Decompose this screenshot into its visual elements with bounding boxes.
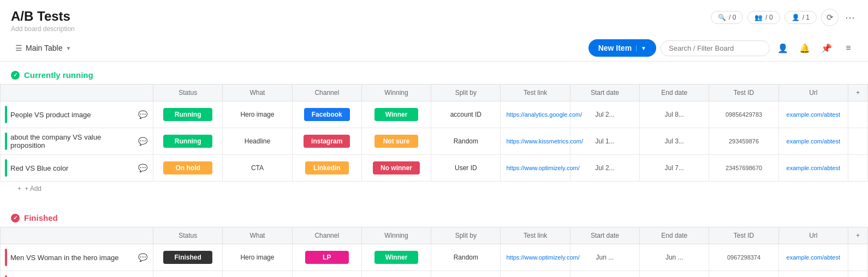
col-header-enddate: End date — [640, 85, 709, 101]
comment-icon[interactable]: 💬 — [138, 137, 147, 146]
search-input[interactable] — [661, 40, 770, 56]
url-anchor[interactable]: example.com/abtest — [787, 165, 840, 171]
table-name-button[interactable]: ☰ Main Table ▼ — [11, 41, 75, 55]
col-header-status-f: Status — [153, 227, 223, 244]
table-currently-running: Status What Channel Winning Split by Tes… — [0, 84, 868, 182]
row-winning: Winner — [361, 244, 431, 271]
more-options-icon[interactable]: ⋯ — [843, 9, 857, 26]
winning-badge: No winner — [373, 161, 420, 174]
row-testlink[interactable]: https://analytics.google.com/ — [501, 271, 570, 278]
row-splitby: Random — [431, 128, 501, 155]
group-currently-running: ✓ Currently running — [0, 62, 868, 84]
row-url[interactable]: example.com/abtest — [778, 128, 848, 155]
person-count-icon: 👤 — [792, 14, 800, 21]
add-running-label: + Add — [25, 185, 41, 192]
chevron-down-icon: ▼ — [66, 45, 71, 51]
row-splitby: account ID — [431, 101, 501, 128]
person-count-pill[interactable]: 👤 / 1 — [784, 11, 817, 24]
row-name-cell: Men VS Woman in the hero image 💬 — [1, 244, 153, 271]
table-name-label: Main Table — [26, 44, 62, 52]
comment-icon[interactable]: 💬 — [138, 110, 147, 119]
table-row: Men VS Woman in the hero image 💬 Finishe… — [1, 244, 868, 271]
running-table: Status What Channel Winning Split by Tes… — [0, 84, 868, 182]
test-link-anchor[interactable]: https://www.optimizely.com/ — [506, 254, 579, 261]
row-name-cell: People VS product image 💬 — [1, 101, 153, 128]
status-badge: Finished — [163, 251, 212, 264]
test-link-anchor[interactable]: https://analytics.google.com/ — [506, 111, 582, 118]
row-testid: 293459876 — [709, 128, 778, 155]
col-header-name — [1, 85, 153, 101]
table-finished: Status What Channel Winning Split by Tes… — [0, 227, 868, 277]
row-status: Finished — [153, 271, 223, 278]
row-splitby: Random — [431, 244, 501, 271]
row-testlink[interactable]: https://analytics.google.com/ — [501, 101, 570, 128]
row-testid: 23457698670 — [709, 155, 778, 182]
row-winning: Not sure — [361, 128, 431, 155]
row-status: Running — [153, 128, 223, 155]
row-what: Hero image — [223, 244, 292, 271]
main-content: ✓ Currently running Status What Channel … — [0, 62, 868, 277]
new-item-button[interactable]: New Item ▼ — [588, 39, 656, 57]
channel-badge: instagram — [304, 135, 350, 148]
url-anchor[interactable]: example.com/abtest — [787, 254, 840, 261]
comment-icon[interactable]: 💬 — [138, 253, 147, 262]
col-header-name-f — [1, 227, 153, 244]
filter-icon[interactable]: ≡ — [840, 39, 857, 57]
row-testid: 0967298374 — [709, 244, 778, 271]
row-url[interactable]: example.com/abtest — [778, 271, 848, 278]
row-name-label: about the company VS value proposition — [10, 133, 135, 149]
row-enddate: Jun ... — [640, 271, 709, 278]
row-testlink[interactable]: https://www.optimizely.com/ — [501, 244, 570, 271]
search-count-icon: 🔍 — [718, 14, 726, 21]
app-title-area: A/B Tests Add board description — [11, 9, 75, 33]
row-status: On hold — [153, 155, 223, 182]
search-count-value: / 0 — [729, 14, 736, 21]
group-label-finished: Finished — [24, 213, 58, 222]
url-anchor[interactable]: example.com/abtest — [787, 111, 840, 118]
group-count-icon: 👥 — [754, 14, 763, 21]
row-winning: No winner — [361, 155, 431, 182]
winning-badge: Not sure — [374, 135, 418, 148]
row-url[interactable]: example.com/abtest — [778, 244, 848, 271]
search-count-pill[interactable]: 🔍 / 0 — [711, 11, 743, 24]
table-row: Red VS Blue color 💬 On hold CTA Linkedin… — [1, 155, 868, 182]
pin-icon[interactable]: 📌 — [818, 39, 835, 57]
add-running-row[interactable]: + + Add — [0, 182, 868, 196]
activity-icon[interactable]: 🔔 — [796, 39, 813, 57]
row-what: CTA — [223, 155, 292, 182]
url-anchor[interactable]: example.com/abtest — [787, 138, 840, 144]
new-item-label: New Item — [598, 44, 632, 52]
row-name-cell: about the company VS value proposition 💬 — [1, 128, 153, 155]
test-link-anchor[interactable]: https://www.optimizely.com/ — [506, 165, 579, 171]
person-filter-icon[interactable]: 👤 — [774, 39, 792, 57]
row-url[interactable]: example.com/abtest — [778, 101, 848, 128]
add-column-button[interactable]: + — [848, 85, 868, 101]
table-row: People VS product image 💬 Running Hero i… — [1, 101, 868, 128]
winning-badge: Winner — [374, 108, 418, 121]
col-header-testid-f: Test ID — [709, 227, 778, 244]
new-item-dropdown-arrow[interactable]: ▼ — [636, 45, 646, 51]
group-count-value: / 0 — [765, 14, 772, 21]
header-right: 🔍 / 0 👥 / 0 👤 / 1 ⟳ ⋯ — [711, 9, 857, 26]
status-badge: On hold — [163, 161, 212, 174]
row-testlink[interactable]: https://www.optimizely.com/ — [501, 155, 570, 182]
row-startdate: Jul 2... — [570, 155, 639, 182]
col-header-channel-f: Channel — [292, 227, 361, 244]
row-plus — [848, 101, 868, 128]
group-label-running: Currently running — [24, 70, 93, 80]
comment-icon[interactable]: 💬 — [138, 164, 147, 172]
channel-badge: Facebook — [304, 108, 350, 121]
row-splitby: User ID — [431, 155, 501, 182]
channel-badge: Linkedin — [305, 161, 349, 174]
share-icon[interactable]: ⟳ — [821, 9, 839, 26]
row-url[interactable]: example.com/abtest — [778, 155, 848, 182]
row-testlink[interactable]: https://www.kissmetrics.com/ — [501, 128, 570, 155]
group-dot-green: ✓ — [11, 71, 20, 80]
add-column-button-f[interactable]: + — [848, 227, 868, 244]
test-link-anchor[interactable]: https://www.kissmetrics.com/ — [506, 138, 583, 144]
row-name-label: Men VS Woman in the hero image — [10, 254, 135, 262]
add-running-icon: + — [17, 185, 21, 192]
group-count-pill[interactable]: 👥 / 0 — [747, 11, 780, 24]
row-name-label: People VS product image — [10, 111, 135, 119]
col-header-what: What — [223, 85, 292, 101]
